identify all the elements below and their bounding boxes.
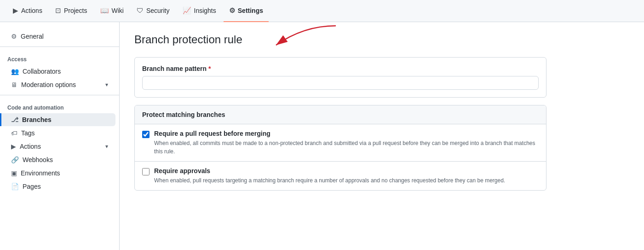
pages-icon: 📄	[11, 183, 19, 190]
checkbox-item-approvals: Require approvals When enabled, pull req…	[135, 162, 546, 190]
sidebar-item-pages[interactable]: 📄 Pages	[4, 180, 115, 193]
sidebar-collaborators-label: Collaborators	[23, 68, 61, 75]
page-layout: ⚙ General Access 👥 Collaborators 🖥 Moder…	[0, 22, 644, 250]
sidebar-item-tags[interactable]: 🏷 Tags	[4, 127, 115, 140]
webhooks-icon: 🔗	[11, 156, 19, 163]
nav-projects[interactable]: ⊡ Projects	[50, 0, 93, 22]
sidebar-item-general[interactable]: ⚙ General	[4, 30, 115, 43]
branches-icon: ⎇	[11, 116, 18, 123]
nav-wiki[interactable]: 📖 Wiki	[95, 0, 129, 22]
nav-wiki-label: Wiki	[112, 7, 124, 14]
actions-chevron-icon: ▾	[105, 143, 108, 150]
sidebar-item-moderation[interactable]: 🖥 Moderation options ▾	[4, 78, 115, 91]
tag-icon: 🏷	[11, 129, 17, 137]
checkbox1-content: Require a pull request before merging Wh…	[154, 130, 539, 156]
sidebar-environments-label: Environments	[21, 169, 60, 177]
checkbox-item-pull-request: Require a pull request before merging Wh…	[135, 124, 546, 162]
checkbox2-label: Require approvals	[154, 167, 539, 174]
sidebar-general-label: General	[21, 33, 44, 40]
require-approvals-checkbox[interactable]	[142, 168, 150, 175]
nav-projects-label: Projects	[64, 7, 87, 14]
sidebar-branches-label: Branches	[22, 116, 52, 123]
moderation-icon: 🖥	[11, 81, 17, 88]
sidebar-pages-label: Pages	[23, 183, 41, 190]
required-star: *	[208, 65, 211, 72]
sidebar-item-branches[interactable]: ⎇ Branches	[0, 113, 115, 126]
actions-icon: ▶	[11, 143, 16, 150]
sidebar-code-section: Code and automation	[0, 99, 119, 113]
sidebar-divider-1	[0, 47, 119, 47]
branch-pattern-label: Branch name pattern *	[142, 65, 539, 72]
sidebar-access-section: Access	[0, 51, 119, 64]
sidebar: ⚙ General Access 👥 Collaborators 🖥 Moder…	[0, 22, 120, 250]
branch-pattern-card: Branch name pattern *	[134, 57, 546, 98]
checkbox1-desc: When enabled, all commits must be made t…	[154, 139, 539, 156]
checkbox1-label: Require a pull request before merging	[154, 130, 539, 137]
environments-icon: ▣	[11, 169, 17, 177]
branch-name-input[interactable]	[142, 76, 539, 90]
sidebar-divider-2	[0, 95, 119, 95]
branch-pattern-label-text: Branch name pattern	[142, 65, 207, 72]
chevron-down-icon: ▾	[105, 81, 108, 88]
actions-nav-icon: ▶	[13, 6, 18, 15]
sidebar-item-environments[interactable]: ▣ Environments	[4, 167, 115, 180]
nav-insights[interactable]: 📈 Insights	[177, 0, 222, 22]
sidebar-actions-label: Actions	[20, 143, 41, 150]
require-pull-request-checkbox[interactable]	[142, 131, 150, 138]
settings-nav-icon: ⚙	[229, 6, 235, 15]
top-nav: ▶ Actions ⊡ Projects 📖 Wiki 🛡 Security 📈…	[0, 0, 644, 22]
nav-insights-label: Insights	[194, 7, 216, 14]
nav-security-label: Security	[146, 7, 170, 14]
people-icon: 👥	[11, 68, 19, 75]
wiki-nav-icon: 📖	[100, 6, 109, 15]
checkbox2-content: Require approvals When enabled, pull req…	[154, 167, 539, 185]
sidebar-webhooks-label: Webhooks	[23, 156, 53, 163]
nav-settings-label: Settings	[238, 7, 263, 14]
insights-nav-icon: 📈	[183, 6, 191, 15]
nav-settings[interactable]: ⚙ Settings	[224, 0, 269, 22]
nav-actions-label: Actions	[21, 7, 42, 14]
security-nav-icon: 🛡	[137, 6, 144, 14]
nav-actions[interactable]: ▶ Actions	[7, 0, 48, 22]
sidebar-item-actions[interactable]: ▶ Actions ▾	[4, 140, 115, 153]
checkbox2-desc: When enabled, pull requests targeting a …	[154, 176, 539, 185]
sidebar-item-collaborators[interactable]: 👥 Collaborators	[4, 65, 115, 78]
sidebar-moderation-label: Moderation options	[21, 81, 76, 88]
sidebar-tags-label: Tags	[21, 129, 35, 137]
protect-matching-header: Protect matching branches	[135, 105, 546, 124]
main-content: Branch protection rule Branch name patte…	[120, 22, 561, 250]
sidebar-item-webhooks[interactable]: 🔗 Webhooks	[4, 153, 115, 166]
gear-icon: ⚙	[11, 33, 17, 40]
page-title: Branch protection rule	[134, 33, 546, 46]
protect-matching-card: Protect matching branches Require a pull…	[134, 105, 546, 191]
projects-nav-icon: ⊡	[55, 6, 61, 15]
nav-security[interactable]: 🛡 Security	[131, 0, 175, 22]
